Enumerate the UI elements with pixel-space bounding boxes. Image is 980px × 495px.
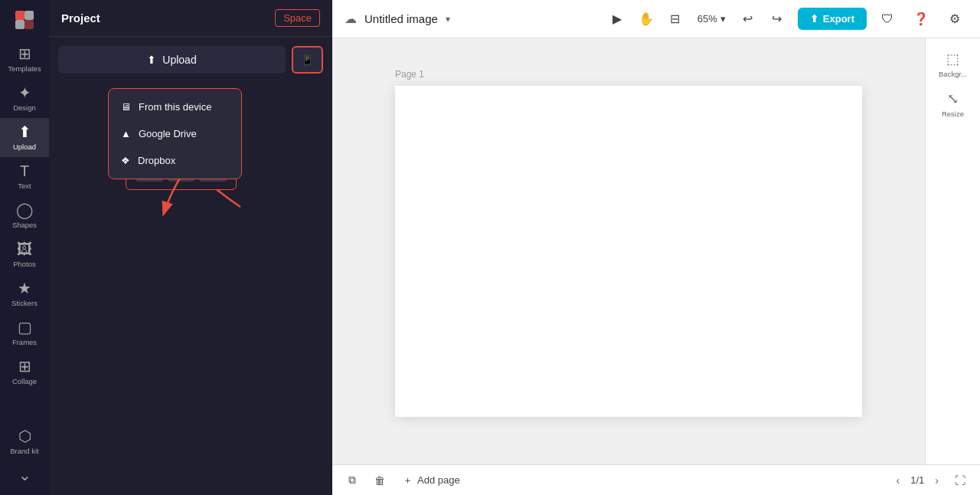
sidebar-item-templates[interactable]: ⊞ Templates (0, 40, 49, 79)
add-page-icon: ＋ (403, 474, 413, 487)
panel-title: Project (61, 11, 100, 25)
upload-section: ⬆ Upload 📱 (49, 37, 332, 83)
prev-page-btn[interactable]: ‹ (892, 473, 905, 488)
shapes-icon: ◯ (16, 202, 33, 218)
chevron-down-icon: ⌄ (18, 467, 31, 483)
export-button[interactable]: ⬆ Export (798, 8, 867, 30)
space-button[interactable]: Space (275, 9, 320, 27)
svg-rect-2 (15, 20, 24, 29)
photos-icon: 🖼 (17, 241, 32, 257)
sidebar-item-shapes[interactable]: ◯ Shapes (0, 196, 49, 235)
collage-icon: ⊞ (18, 359, 31, 374)
shield-icon-btn[interactable]: 🛡 (874, 6, 900, 32)
upload-button[interactable]: ⬆ Upload (58, 46, 286, 74)
toolbar-tools: ▶ ✋ ⊟ 65% ▾ ↩ ↪ (604, 6, 790, 32)
canvas-area[interactable]: Page 1 (332, 38, 925, 464)
sidebar-item-design[interactable]: ✦ Design (0, 79, 49, 118)
stickers-icon: ★ (18, 280, 31, 296)
copy-page-btn[interactable]: ⧉ (341, 470, 363, 491)
text-icon: T (20, 163, 29, 179)
brand-icon: ⬡ (18, 428, 31, 444)
mobile-button[interactable]: 📱 (292, 46, 323, 74)
sidebar-item-collage[interactable]: ⊞ Collage (0, 352, 49, 392)
canvas-container: Page 1 ⬚ Backgr... ⤡ Resize (332, 38, 980, 464)
dropbox-option[interactable]: ❖ Dropbox (109, 147, 241, 174)
bottom-bar: ⧉ 🗑 ＋ Add page ‹ 1/1 › ⛶ (332, 464, 980, 495)
zoom-value: 65% (697, 13, 717, 25)
canvas-page-wrapper: Page 1 (395, 86, 862, 417)
settings-icon-btn[interactable]: ⚙ (942, 6, 968, 32)
design-icon: ✦ (18, 85, 31, 100)
title-dropdown-btn[interactable]: ▾ (446, 14, 450, 25)
add-page-button[interactable]: ＋ Add page (397, 470, 466, 490)
help-icon-btn[interactable]: ❓ (908, 6, 934, 32)
next-page-btn[interactable]: › (930, 473, 943, 488)
page-indicator: 1/1 (910, 474, 924, 486)
select-tool-btn[interactable]: ▶ (604, 6, 630, 32)
device-icon: 🖥 (121, 101, 131, 113)
svg-rect-1 (24, 11, 34, 20)
top-bar: ☁ Untitled image ▾ ▶ ✋ ⊟ 65% ▾ ↩ ↪ ⬆ Exp… (332, 0, 980, 38)
background-icon: ⬚ (946, 51, 959, 67)
delete-page-btn[interactable]: 🗑 (369, 470, 390, 491)
doc-cloud-icon: ☁ (345, 11, 357, 26)
main-content: ☁ Untitled image ▾ ▶ ✋ ⊟ 65% ▾ ↩ ↪ ⬆ Exp… (332, 0, 980, 495)
svg-rect-3 (24, 20, 34, 29)
upload-icon: ⬆ (18, 124, 31, 139)
sidebar-item-frames[interactable]: ▢ Frames (0, 313, 49, 352)
page-navigation: ‹ 1/1 › (892, 473, 943, 488)
sidebar-item-collapse[interactable]: ⌄ (0, 461, 49, 489)
sidebar-item-upload[interactable]: ⬆ Upload (0, 118, 49, 157)
redo-btn[interactable]: ↪ (764, 6, 790, 32)
zoom-chevron: ▾ (720, 13, 726, 25)
canvas-page[interactable] (395, 86, 862, 417)
expand-btn[interactable]: ⛶ (949, 470, 971, 491)
upload-dropdown: 🖥 From this device ▲ Google Drive ❖ Drop… (108, 88, 242, 179)
right-panel: ⬚ Backgr... ⤡ Resize (925, 38, 980, 464)
panel-header: Project Space (49, 0, 332, 37)
icon-rail: ⊞ Templates ✦ Design ⬆ Upload T Text ◯ S… (0, 0, 49, 495)
undo-btn[interactable]: ↩ (735, 6, 761, 32)
hand-tool-btn[interactable]: ✋ (633, 6, 659, 32)
document-title[interactable]: Untitled image (364, 12, 438, 25)
upload-cloud-icon: ⬆ (147, 54, 156, 66)
google-drive-icon: ▲ (121, 128, 131, 139)
zoom-control[interactable]: 65% ▾ (691, 10, 732, 28)
resize-icon: ⤡ (947, 90, 959, 107)
google-drive-option[interactable]: ▲ Google Drive (109, 120, 241, 147)
sidebar-item-brand[interactable]: ⬡ Brand kit (0, 422, 49, 461)
page-label: Page 1 (395, 69, 424, 80)
dropbox-icon: ❖ (121, 155, 130, 166)
layout-btn[interactable]: ⊟ (662, 6, 688, 32)
sidebar-item-stickers[interactable]: ★ Stickers (0, 274, 49, 313)
from-device-option[interactable]: 🖥 From this device (109, 93, 241, 120)
mobile-icon: 📱 (301, 54, 314, 66)
sidebar-item-photos[interactable]: 🖼 Photos (0, 235, 49, 274)
sidebar-item-text[interactable]: T Text (0, 157, 49, 196)
templates-icon: ⊞ (18, 46, 31, 61)
svg-rect-0 (15, 11, 24, 20)
left-panel: Project Space ⬆ Upload 📱 🖥 From this dev… (49, 0, 332, 495)
background-panel-item[interactable]: ⬚ Backgr... (929, 44, 978, 84)
frames-icon: ▢ (18, 320, 32, 335)
export-icon: ⬆ (810, 13, 818, 25)
resize-panel-item[interactable]: ⤡ Resize (929, 84, 978, 124)
app-logo[interactable] (11, 6, 38, 34)
